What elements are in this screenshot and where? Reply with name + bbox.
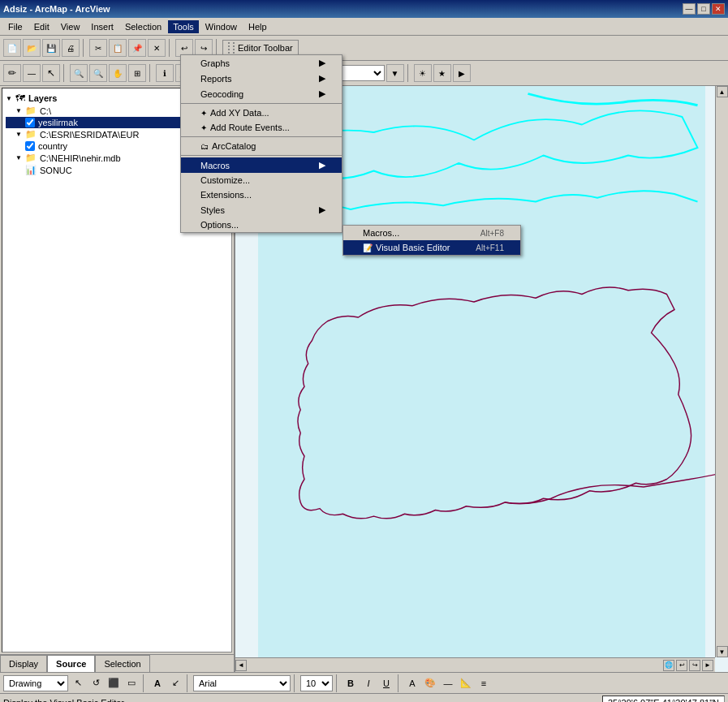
identify-btn[interactable]: ℹ (156, 64, 174, 82)
toc-table-icon: 📊 (25, 165, 37, 175)
sun-btn[interactable]: ☀ (414, 64, 432, 82)
menu-selection[interactable]: Selection (120, 20, 166, 33)
cursor-tool-btn[interactable]: ↖ (70, 675, 86, 691)
menu-help[interactable]: Help (243, 20, 272, 33)
tools-menu-customize[interactable]: Customize... (181, 173, 342, 187)
rotate-btn[interactable]: ↺ (88, 675, 104, 691)
save-btn[interactable]: 💾 (42, 39, 60, 57)
vbe-icon: 📝 (363, 243, 373, 252)
draw-sep3 (294, 674, 297, 692)
new-btn[interactable]: 📄 (3, 39, 21, 57)
globe-btn[interactable]: 🌐 (663, 660, 674, 671)
toc-country-check[interactable] (25, 141, 35, 151)
draw-tool-btn[interactable]: ✏ (3, 64, 21, 82)
maximize-button[interactable]: □ (697, 3, 710, 15)
font-color-btn[interactable]: A (404, 675, 420, 691)
shadow-btn[interactable]: 📐 (458, 675, 474, 691)
toc-yesilirmak-check[interactable] (25, 118, 35, 127)
text-arrow-btn[interactable]: ↙ (167, 675, 183, 691)
font-size-select[interactable]: 10 (300, 675, 333, 691)
align-btn[interactable]: ≡ (476, 675, 492, 691)
main-area: ▼ 🗺 Layers ▼ 📁 C:\ yesilirmak ▼ 📁 C:\ESR… (0, 86, 728, 672)
reports-arrow: ▶ (319, 73, 325, 84)
status-bar: Display the Visual Basic Editor 35°29'6,… (0, 693, 728, 702)
underline-btn[interactable]: U (378, 675, 394, 691)
copy-btn[interactable]: 📋 (109, 39, 127, 57)
tools-menu-addxy[interactable]: ✦ Add XY Data... (181, 106, 342, 120)
tools-menu-graphs[interactable]: Graphs ▶ (181, 55, 342, 71)
status-coords: 35°29'6,07"E 41°30'47,81"N (602, 696, 725, 703)
bold-btn[interactable]: B (342, 675, 359, 691)
close-button[interactable]: ✕ (712, 3, 725, 15)
tools-menu-arccatalog[interactable]: 🗂 ArcCatalog (181, 139, 342, 153)
map-scrollbar-bottom: ◄ 🌐 ↩ ↪ ► (235, 657, 715, 672)
drag-handle (228, 42, 235, 54)
open-btn[interactable]: 📂 (23, 39, 41, 57)
color-fill-btn[interactable]: 🎨 (422, 675, 438, 691)
paste-btn[interactable]: 📌 (128, 39, 146, 57)
zoom-in-btn[interactable]: 🔍 (70, 64, 88, 82)
editor-toolbar-handle: Editor Toolbar (222, 40, 299, 56)
scroll-up-btn[interactable]: ▲ (717, 86, 728, 97)
sep2 (169, 39, 172, 57)
rect-btn[interactable]: ▭ (123, 675, 140, 691)
toc-folder-icon-nehir: 📁 (25, 153, 37, 163)
menu-edit[interactable]: Edit (29, 20, 54, 33)
zoom-out-btn[interactable]: 🔍 (89, 64, 107, 82)
italic-btn[interactable]: I (360, 675, 377, 691)
tab-source[interactable]: Source (47, 655, 95, 672)
menu-tools[interactable]: Tools (168, 20, 199, 33)
line-color-btn[interactable]: — (440, 675, 456, 691)
tools-menu-extensions[interactable]: Extensions... (181, 187, 342, 202)
toc-folder-icon-esri: 📁 (25, 129, 37, 140)
macros-submenu-vbe[interactable]: 📝 Visual Basic Editor Alt+F11 (343, 240, 520, 255)
styles-arrow: ▶ (319, 205, 325, 215)
star-btn[interactable]: ★ (433, 64, 451, 82)
draw-sep2 (187, 674, 190, 692)
macros-submenu-macros[interactable]: Macros... Alt+F8 (343, 226, 520, 240)
tab-selection[interactable]: Selection (95, 655, 149, 672)
layer-dropdown-btn[interactable]: ▼ (386, 64, 404, 82)
cut-btn[interactable]: ✂ (89, 39, 107, 57)
nav-fwd-btn[interactable]: ↪ (689, 660, 700, 671)
tools-arccatalog-label: ArcCatalog (212, 141, 256, 151)
tools-sep1 (181, 103, 342, 104)
extra-btn[interactable]: ▶ (453, 64, 471, 82)
tools-menu-reports[interactable]: Reports ▶ (181, 71, 342, 86)
nav-back-btn[interactable]: ↩ (676, 660, 687, 671)
text-btn[interactable]: A (149, 675, 166, 691)
tools-reports-label: Reports (200, 74, 232, 84)
tools-extensions-label: Extensions... (200, 190, 252, 200)
scroll-down-btn[interactable]: ▼ (717, 646, 728, 657)
tools-menu-styles[interactable]: Styles ▶ (181, 202, 342, 217)
drawing-toolbar: Drawing ↖ ↺ ⬛ ▭ A ↙ Arial 10 B I U A 🎨 —… (0, 672, 728, 693)
draw-sep5 (398, 674, 401, 692)
tools-menu-addroute[interactable]: ✦ Add Route Events... (181, 120, 342, 135)
tools-menu-macros[interactable]: Macros ▶ (181, 157, 342, 173)
menu-window[interactable]: Window (200, 20, 242, 33)
map-scrollbar-right: ▲ ▼ (715, 86, 728, 657)
delete-btn[interactable]: ✕ (148, 39, 166, 57)
scroll-right-btn[interactable]: ► (702, 660, 713, 671)
full-extent-btn[interactable]: ⊞ (128, 64, 146, 82)
toc-c-label: C:\ (40, 106, 51, 116)
minimize-button[interactable]: — (683, 3, 696, 15)
print-btn[interactable]: 🖨 (62, 39, 80, 57)
select-tool-btn[interactable]: ↖ (42, 64, 60, 82)
drawing-select[interactable]: Drawing (3, 675, 68, 691)
tools-menu-options[interactable]: Options... (181, 217, 342, 232)
line-tool-btn[interactable]: — (23, 64, 41, 82)
pan-btn[interactable]: ✋ (109, 64, 127, 82)
tab-display[interactable]: Display (0, 655, 47, 672)
tools-menu-geocoding[interactable]: Geocoding ▶ (181, 86, 342, 101)
tools-options-label: Options... (200, 220, 239, 230)
tools-addxy-label: Add XY Data... (210, 108, 269, 118)
menu-view[interactable]: View (56, 20, 85, 33)
vertex-btn[interactable]: ⬛ (106, 675, 122, 691)
menu-file[interactable]: File (3, 20, 28, 33)
menu-insert[interactable]: Insert (86, 20, 118, 33)
scroll-left-btn[interactable]: ◄ (235, 660, 247, 671)
font-select[interactable]: Arial (193, 675, 291, 691)
tools-addroute-label: Add Route Events... (210, 123, 290, 132)
tools-graphs-label: Graphs (200, 58, 230, 68)
